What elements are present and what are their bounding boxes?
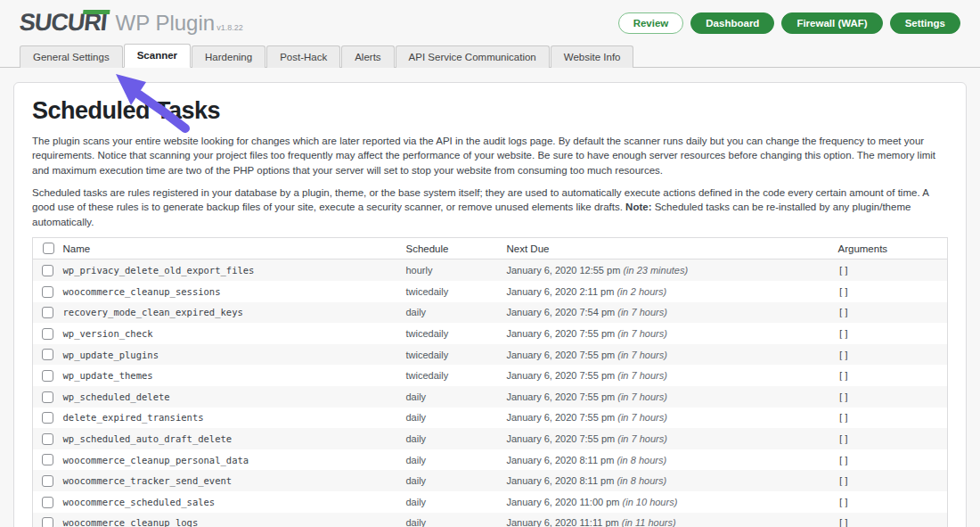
task-name: woocommerce_cleanup_logs [60, 513, 403, 527]
task-row: woocommerce_cleanup_sessionstwicedailyJa… [33, 281, 948, 302]
column-header-schedule: Schedule [403, 237, 503, 259]
task-schedule: daily [403, 491, 503, 513]
task-due-relative: (in 7 hours) [617, 412, 667, 423]
row-checkbox[interactable] [42, 433, 53, 445]
task-row: wp_update_pluginstwicedailyJanuary 6, 20… [33, 344, 948, 366]
task-arguments: [] [835, 428, 948, 449]
task-next-due: January 6, 2020 11:11 pm (in 11 hours) [503, 513, 835, 527]
row-checkbox[interactable] [42, 454, 53, 465]
task-schedule: daily [403, 386, 503, 408]
tab-alerts[interactable]: Alerts [341, 45, 394, 68]
task-due-relative: (in 8 hours) [617, 455, 666, 465]
tab-scanner[interactable]: Scanner [124, 44, 191, 68]
page-title: Scheduled Tasks [32, 97, 948, 125]
row-checkbox[interactable] [42, 475, 53, 487]
task-next-due: January 6, 2020 7:55 pm (in 7 hours) [503, 344, 835, 366]
task-row: woocommerce_cleanup_personal_datadailyJa… [33, 449, 948, 471]
task-row: wp_privacy_delete_old_export_fileshourly… [33, 259, 948, 281]
task-schedule: twicedaily [403, 281, 503, 302]
tab-post-hack[interactable]: Post-Hack [266, 45, 340, 68]
top-header: SUCURI WP Pluginv1.8.22 Review Dashboard… [0, 0, 980, 43]
scanner-description: The plugin scans your entire website loo… [32, 134, 948, 177]
task-arguments: [] [835, 449, 948, 471]
task-due-relative: (in 7 hours) [617, 328, 667, 339]
task-row: wp_version_checktwicedailyJanuary 6, 202… [33, 323, 948, 344]
column-header-next-due: Next Due [503, 237, 835, 259]
task-schedule: daily [403, 470, 503, 491]
task-schedule: twicedaily [403, 365, 503, 386]
tab-hardening[interactable]: Hardening [192, 45, 265, 68]
task-due-relative: (in 7 hours) [617, 370, 667, 381]
table-header-row: Name Schedule Next Due Arguments [33, 237, 948, 259]
task-name: woocommerce_cleanup_personal_data [60, 449, 403, 471]
task-row: wp_scheduled_deletedailyJanuary 6, 2020 … [33, 386, 948, 408]
task-schedule: daily [403, 408, 503, 429]
row-checkbox[interactable] [42, 517, 53, 527]
task-next-due: January 6, 2020 7:55 pm (in 7 hours) [503, 323, 835, 344]
task-arguments: [] [835, 386, 948, 408]
task-arguments: [] [835, 470, 948, 491]
task-row: delete_expired_transientsdailyJanuary 6,… [33, 408, 948, 429]
task-name: wp_scheduled_auto_draft_delete [60, 428, 403, 449]
tab-website-info[interactable]: Website Info [551, 45, 634, 68]
task-name: delete_expired_transients [60, 408, 403, 429]
task-schedule: twicedaily [403, 323, 503, 344]
task-due-relative: (in 7 hours) [617, 350, 667, 360]
task-name: wp_scheduled_delete [60, 386, 403, 408]
note-label: Note: [625, 202, 651, 212]
scheduled-tasks-table: Name Schedule Next Due Arguments wp_priv… [32, 237, 948, 527]
row-checkbox[interactable] [42, 286, 53, 298]
task-row: wp_update_themestwicedailyJanuary 6, 202… [33, 365, 948, 386]
row-checkbox[interactable] [42, 307, 53, 318]
settings-tabbar: General Settings Scanner Hardening Post-… [0, 43, 980, 68]
logo-green-accent [83, 10, 110, 14]
task-arguments: [] [835, 365, 948, 386]
row-checkbox[interactable] [42, 412, 53, 424]
task-row: woocommerce_tracker_send_eventdailyJanua… [33, 470, 948, 491]
task-name: wp_privacy_delete_old_export_files [60, 259, 403, 281]
task-arguments: [] [835, 513, 948, 527]
column-header-name: Name [60, 237, 403, 259]
row-checkbox[interactable] [42, 349, 53, 360]
scheduled-tasks-description: Scheduled tasks are rules registered in … [32, 185, 948, 229]
row-checkbox[interactable] [42, 391, 53, 403]
task-name: woocommerce_tracker_send_event [60, 470, 403, 491]
brand: SUCURI WP Pluginv1.8.22 [20, 11, 243, 36]
row-checkbox[interactable] [42, 370, 53, 382]
product-name: WP Pluginv1.8.22 [116, 11, 243, 36]
task-due-relative: (in 7 hours) [617, 391, 667, 402]
task-next-due: January 6, 2020 7:55 pm (in 7 hours) [503, 365, 835, 386]
task-row: recovery_mode_clean_expired_keysdailyJan… [33, 302, 948, 324]
task-arguments: [] [835, 491, 948, 513]
dashboard-button[interactable]: Dashboard [690, 12, 774, 34]
task-arguments: [] [835, 408, 948, 429]
column-header-arguments: Arguments [835, 237, 948, 259]
row-checkbox[interactable] [42, 497, 53, 508]
task-due-relative: (in 8 hours) [617, 475, 666, 486]
task-name: recovery_mode_clean_expired_keys [60, 302, 403, 324]
task-arguments: [] [835, 281, 948, 302]
task-due-relative: (in 7 hours) [617, 433, 667, 444]
select-all-checkbox[interactable] [43, 243, 54, 254]
task-schedule: hourly [403, 259, 503, 281]
task-name: wp_update_themes [60, 365, 403, 386]
task-due-relative: (in 7 hours) [617, 307, 667, 317]
review-button[interactable]: Review [618, 12, 684, 34]
row-checkbox[interactable] [42, 265, 53, 276]
firewall-waf-button[interactable]: Firewall (WAF) [781, 12, 882, 34]
task-due-relative: (in 2 hours) [617, 286, 666, 297]
task-next-due: January 6, 2020 7:54 pm (in 7 hours) [503, 302, 835, 324]
task-arguments: [] [835, 344, 948, 366]
task-next-due: January 6, 2020 7:55 pm (in 7 hours) [503, 408, 835, 429]
tab-api-service-communication[interactable]: API Service Communication [396, 45, 550, 68]
task-arguments: [] [835, 302, 948, 324]
task-name: woocommerce_scheduled_sales [60, 491, 403, 513]
task-schedule: daily [403, 302, 503, 324]
settings-button[interactable]: Settings [890, 12, 960, 34]
tab-general-settings[interactable]: General Settings [20, 45, 123, 68]
task-schedule: daily [403, 428, 503, 449]
task-next-due: January 6, 2020 2:11 pm (in 2 hours) [503, 281, 835, 302]
row-checkbox[interactable] [42, 328, 53, 340]
task-due-relative: (in 10 hours) [623, 497, 678, 507]
task-next-due: January 6, 2020 8:11 pm (in 8 hours) [503, 470, 835, 491]
